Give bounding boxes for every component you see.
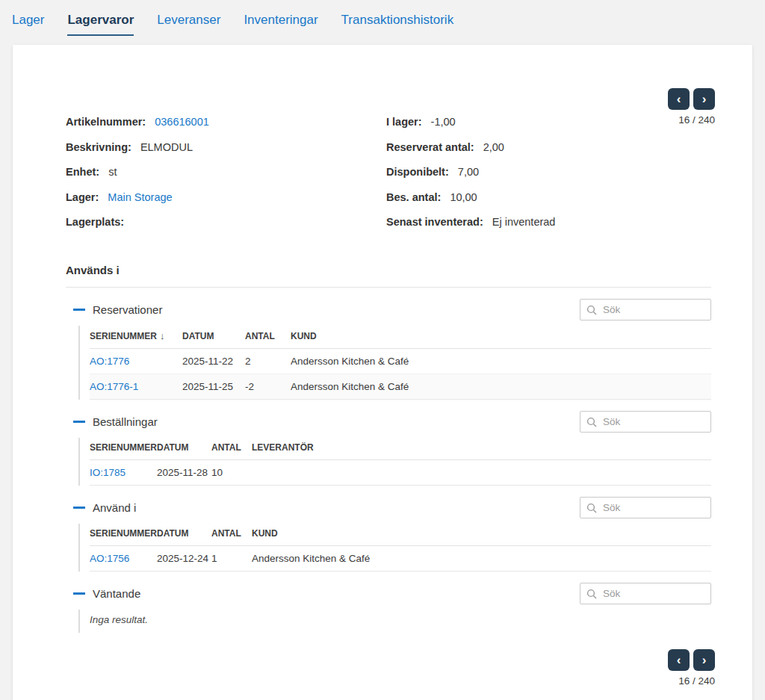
column-header-datum[interactable]: DATUM — [157, 438, 211, 460]
search-input-bestallningar[interactable] — [603, 416, 704, 427]
column-header-serienummer[interactable]: SERIENUMMER — [90, 524, 157, 546]
detail-label: Beskrivning: — [66, 141, 131, 153]
section-anvand-i: Använd i SERIENUMMER DATUM ANTAL KUND — [66, 497, 711, 572]
column-header-antal[interactable]: ANTAL — [211, 524, 252, 546]
detail-label: I lager: — [386, 116, 422, 128]
sort-desc-icon: ↓ — [160, 330, 165, 341]
anvand-i-table: SERIENUMMER DATUM ANTAL KUND AO:1756 202… — [90, 524, 711, 572]
search-box-reservationer — [580, 299, 711, 320]
collapse-dash-icon[interactable] — [73, 592, 85, 595]
detail-value: st — [108, 166, 117, 178]
column-header-kund[interactable]: KUND — [291, 326, 711, 349]
column-header-datum[interactable]: DATUM — [182, 326, 245, 349]
cell-leverantor — [252, 460, 711, 486]
detail-i-lager: I lager: -1,00 — [386, 114, 711, 129]
details-left-column: Artikelnummer: 036616001 Beskrivning: EL… — [66, 114, 386, 229]
table-row: AO:1756 2025-12-24 1 Andersson Kitchen &… — [90, 546, 711, 572]
table-header-row: SERIENUMMER DATUM ANTAL LEVERANTÖR — [90, 438, 711, 460]
collapse-dash-icon[interactable] — [73, 309, 85, 311]
section-title: Använd i — [93, 501, 136, 514]
column-header-antal[interactable]: ANTAL — [245, 326, 291, 349]
search-icon — [586, 589, 597, 599]
section-title: Beställningar — [93, 415, 158, 428]
cell-kund: Andersson Kitchen & Café — [252, 546, 711, 572]
column-header-datum[interactable]: DATUM — [157, 524, 211, 546]
detail-label: Senast inventerad: — [386, 216, 483, 228]
article-details: Artikelnummer: 036616001 Beskrivning: EL… — [66, 45, 711, 229]
detail-label: Artikelnummer: — [66, 116, 146, 128]
column-header-leverantor[interactable]: LEVERANTÖR — [252, 438, 711, 460]
search-icon — [586, 417, 597, 427]
tab-inventeringar[interactable]: Inventeringar — [244, 13, 318, 36]
lager-link[interactable]: Main Storage — [108, 191, 172, 203]
serial-link[interactable]: IO:1785 — [90, 467, 126, 478]
table-header-row: SERIENUMMER↓ DATUM ANTAL KUND — [90, 326, 711, 349]
detail-disponibelt: Disponibelt: 7,00 — [386, 164, 711, 179]
cell-kund: Andersson Kitchen & Café — [291, 374, 711, 400]
table-row: IO:1785 2025-11-28 10 — [90, 460, 711, 486]
cell-antal: 1 — [211, 546, 252, 572]
section-bestallningar: Beställningar SERIENUMMER DATUM ANTAL LE… — [66, 411, 711, 486]
serial-link[interactable]: AO:1776-1 — [90, 381, 138, 392]
prev-article-button[interactable]: ‹ — [668, 649, 690, 671]
section-title: Väntande — [93, 587, 140, 600]
used-in-heading: Används i — [66, 264, 711, 276]
search-input-vantande[interactable] — [603, 588, 704, 599]
tab-leveranser[interactable]: Leveranser — [157, 13, 220, 36]
search-icon — [586, 305, 597, 315]
detail-label: Reserverat antal: — [386, 141, 474, 153]
detail-bes-antal: Bes. antal: 10,00 — [386, 190, 711, 205]
pagination-position: 16 / 240 — [678, 114, 715, 126]
prev-article-button[interactable]: ‹ — [668, 88, 690, 110]
detail-beskrivning: Beskrivning: ELMODUL — [66, 140, 386, 155]
reservationer-table: SERIENUMMER↓ DATUM ANTAL KUND AO:1776 20… — [90, 326, 711, 400]
column-header-antal[interactable]: ANTAL — [211, 438, 252, 460]
table-row: AO:1776 2025-11-22 2 Andersson Kitchen &… — [90, 349, 711, 374]
top-tab-bar: Lager Lagervaror Leveranser Inventeringa… — [0, 0, 765, 36]
next-article-button[interactable]: › — [693, 88, 715, 110]
detail-value: 10,00 — [450, 191, 477, 203]
search-box-anvand-i — [580, 497, 711, 518]
collapse-dash-icon[interactable] — [73, 507, 85, 509]
article-detail-card: ‹ › 16 / 240 Artikelnummer: 036616001 Be… — [13, 45, 752, 700]
cell-datum: 2025-12-24 — [157, 546, 211, 572]
column-header-serienummer[interactable]: SERIENUMMER — [90, 438, 157, 460]
search-input-anvand-i[interactable] — [603, 502, 704, 513]
next-article-button[interactable]: › — [693, 649, 715, 671]
divider — [66, 287, 711, 288]
collapse-dash-icon[interactable] — [73, 421, 85, 423]
details-right-column: I lager: -1,00 Reserverat antal: 2,00 Di… — [386, 114, 711, 229]
detail-lagerplats: Lagerplats: — [66, 214, 386, 229]
tab-lager[interactable]: Lager — [12, 13, 44, 36]
pagination-position: 16 / 240 — [678, 675, 715, 687]
section-title: Reservationer — [93, 303, 162, 316]
serial-link[interactable]: AO:1756 — [90, 553, 129, 564]
serial-link[interactable]: AO:1776 — [90, 356, 129, 367]
column-header-kund[interactable]: KUND — [252, 524, 711, 546]
detail-value: -1,00 — [431, 116, 456, 128]
column-header-serienummer[interactable]: SERIENUMMER↓ — [90, 326, 182, 349]
detail-lager: Lager: Main Storage — [66, 190, 386, 205]
detail-value: 2,00 — [483, 141, 504, 153]
empty-results-text: Inga resultat. — [90, 610, 711, 633]
detail-label: Disponibelt: — [386, 166, 449, 178]
cell-antal: -2 — [245, 374, 291, 400]
search-box-vantande — [580, 583, 711, 604]
detail-value: ELMODUL — [140, 141, 193, 153]
detail-artikelnummer: Artikelnummer: 036616001 — [66, 114, 386, 129]
cell-antal: 10 — [211, 460, 252, 486]
cell-kund: Andersson Kitchen & Café — [291, 349, 711, 374]
table-row: AO:1776-1 2025-11-25 -2 Andersson Kitche… — [90, 374, 711, 400]
detail-value: Ej inventerad — [492, 216, 556, 228]
cell-datum: 2025-11-22 — [182, 349, 245, 374]
table-header-row: SERIENUMMER DATUM ANTAL KUND — [90, 524, 711, 546]
cell-antal: 2 — [245, 349, 291, 374]
search-input-reservationer[interactable] — [603, 304, 704, 315]
tab-transaktionshistorik[interactable]: Transaktionshistorik — [341, 13, 454, 36]
section-vantande: Väntande Inga resultat. — [66, 583, 711, 633]
detail-reserverat-antal: Reserverat antal: 2,00 — [386, 140, 711, 155]
tab-lagervaror[interactable]: Lagervaror — [67, 13, 134, 36]
cell-datum: 2025-11-25 — [182, 374, 245, 400]
artikelnummer-link[interactable]: 036616001 — [155, 116, 209, 128]
detail-label: Lagerplats: — [66, 216, 124, 228]
